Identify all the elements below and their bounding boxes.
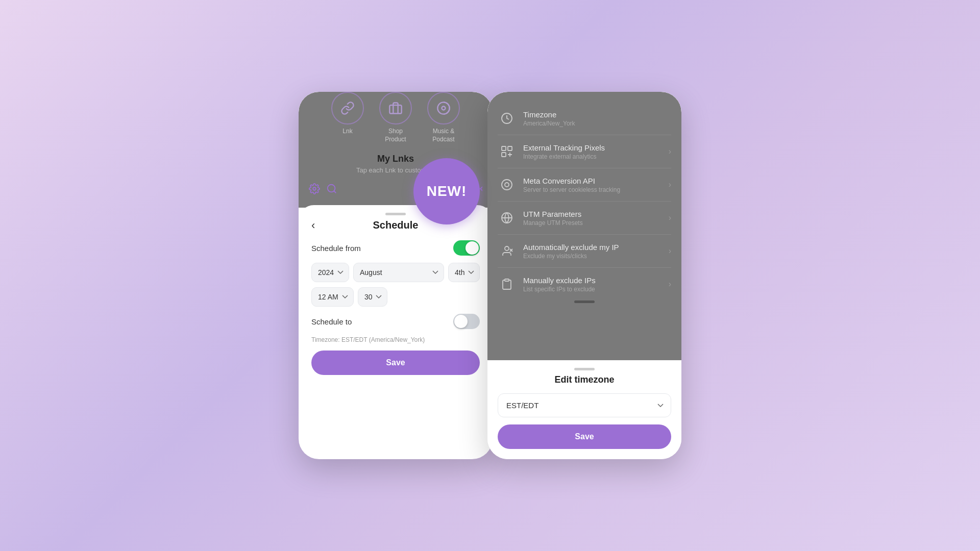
timezone-sub-label: America/New_York (523, 120, 671, 127)
edit-tz-drag-handle (574, 368, 595, 370)
edit-timezone-sheet: Edit timezone EST/EDT PST/PDT CST/CDT MS… (487, 360, 681, 459)
time-selects: 12 AM 1 AM 30 00 (311, 287, 480, 307)
svg-rect-17 (505, 279, 509, 281)
utm-item[interactable]: UTM Parameters Manage UTM Presets › (498, 202, 671, 235)
right-drag-handle (574, 300, 595, 303)
shop-label: ShopProduct (385, 128, 406, 143)
utm-chevron: › (669, 213, 671, 222)
svg-point-4 (328, 185, 335, 192)
right-phone: Timezone America/New_York (487, 92, 681, 459)
meta-icon (498, 176, 516, 194)
svg-point-14 (505, 246, 509, 251)
tracking-text: External Tracking Pixels Integrate exter… (523, 143, 662, 160)
schedule-from-toggle[interactable] (453, 240, 480, 256)
music-label: Music &Podcast (432, 128, 454, 143)
lnk-icon-item[interactable]: Lnk (331, 92, 364, 143)
shop-icon (388, 101, 403, 115)
schedule-from-label: Schedule from (311, 244, 361, 253)
schedule-to-label: Schedule to (311, 317, 352, 326)
minute-select[interactable]: 30 00 (358, 287, 387, 307)
tracking-sub-label: Integrate external analytics (523, 153, 662, 160)
utm-icon (498, 209, 516, 227)
search-icon[interactable] (326, 183, 337, 197)
left-phone: Lnk ShopProduct (299, 92, 493, 459)
settings-panel: Timezone America/New_York (487, 92, 681, 360)
sheet-drag-handle (385, 213, 406, 215)
svg-rect-12 (502, 153, 506, 157)
timezone-select[interactable]: EST/EDT PST/PDT CST/CDT MST/MDT (498, 393, 671, 417)
new-badge: NEW! (413, 158, 480, 224)
lnk-icon-circle (331, 92, 364, 124)
svg-rect-11 (508, 146, 512, 151)
svg-point-2 (442, 107, 446, 110)
schedule-to-row: Schedule to (311, 314, 480, 329)
meta-main-label: Meta Conversion API (523, 177, 662, 185)
new-badge-text: NEW! (427, 183, 467, 199)
shop-icon-circle (379, 92, 412, 124)
shop-icon-item[interactable]: ShopProduct (379, 92, 412, 143)
manual-exclude-icon (498, 275, 516, 293)
edit-timezone-save-button[interactable]: Save (498, 424, 671, 449)
year-select[interactable]: 2024 2025 (311, 263, 349, 282)
external-tracking-item[interactable]: External Tracking Pixels Integrate exter… (498, 135, 671, 168)
tracking-main-label: External Tracking Pixels (523, 143, 662, 152)
music-icon-item[interactable]: Music &Podcast (427, 92, 460, 143)
month-select[interactable]: August September (353, 263, 444, 282)
utm-main-label: UTM Parameters (523, 210, 662, 218)
auto-exclude-sub-label: Exclude my visits/clicks (523, 253, 662, 260)
timezone-main-label: Timezone (523, 110, 671, 119)
manual-exclude-main-label: Manually exclude IPs (523, 276, 662, 285)
auto-exclude-chevron: › (669, 246, 671, 256)
tracking-icon (498, 142, 516, 161)
timezone-item[interactable]: Timezone America/New_York (498, 102, 671, 135)
schedule-to-toggle[interactable] (453, 314, 480, 329)
meta-text: Meta Conversion API Server to server coo… (523, 177, 662, 193)
auto-exclude-icon (498, 242, 516, 260)
icons-row: Lnk ShopProduct (299, 92, 493, 143)
settings-list: Timezone America/New_York (498, 102, 671, 300)
timezone-text: Timezone America/New_York (523, 110, 671, 127)
hour-select[interactable]: 12 AM 1 AM (311, 287, 354, 307)
svg-rect-10 (502, 146, 506, 151)
schedule-section: ‹ Schedule Schedule from 2024 2025 Augus… (299, 205, 493, 385)
utm-sub-label: Manage UTM Presets (523, 219, 662, 227)
meta-item[interactable]: Meta Conversion API Server to server coo… (498, 168, 671, 202)
manual-exclude-text: Manually exclude IPs List specific IPs t… (523, 276, 662, 293)
lnk-label: Lnk (342, 128, 352, 136)
date-selects: 2024 2025 August September 4th 5th (311, 263, 480, 282)
day-select[interactable]: 4th 5th (448, 263, 480, 282)
utm-text: UTM Parameters Manage UTM Presets (523, 210, 662, 227)
back-button[interactable]: ‹ (311, 219, 315, 232)
manual-exclude-item[interactable]: Manually exclude IPs List specific IPs t… (498, 268, 671, 300)
manual-exclude-chevron: › (669, 280, 671, 289)
auto-exclude-item[interactable]: Automatically exclude my IP Exclude my v… (498, 235, 671, 268)
settings-icon[interactable] (309, 183, 320, 197)
schedule-from-row: Schedule from (311, 240, 480, 256)
meta-sub-label: Server to server cookieless tracking (523, 186, 662, 193)
music-icon (436, 101, 451, 115)
timezone-note: Timezone: EST/EDT (America/New_York) (311, 336, 480, 343)
manual-exclude-sub-label: List specific IPs to exclude (523, 286, 662, 293)
schedule-save-button[interactable]: Save (311, 350, 480, 375)
lnk-icon (340, 101, 355, 115)
edit-timezone-title: Edit timezone (498, 374, 671, 385)
svg-point-3 (313, 187, 316, 190)
meta-chevron: › (669, 180, 671, 189)
timezone-icon (498, 109, 516, 128)
tracking-chevron: › (669, 147, 671, 156)
auto-exclude-main-label: Automatically exclude my IP (523, 243, 662, 252)
auto-exclude-text: Automatically exclude my IP Exclude my v… (523, 243, 662, 260)
music-icon-circle (427, 92, 460, 124)
svg-rect-0 (389, 105, 401, 113)
